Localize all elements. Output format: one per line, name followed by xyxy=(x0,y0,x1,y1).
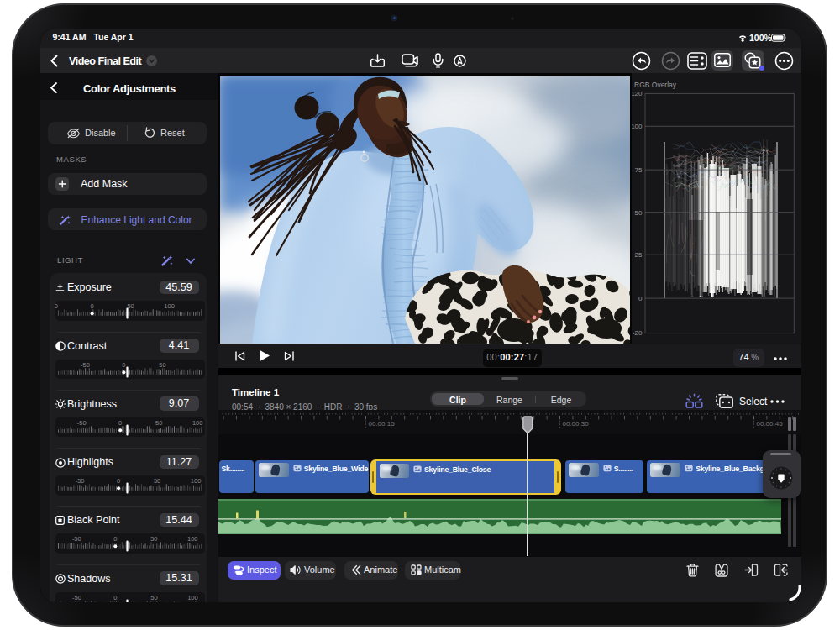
svg-text:120: 120 xyxy=(632,90,643,97)
svg-text:100: 100 xyxy=(191,477,202,485)
svg-text:0: 0 xyxy=(118,419,122,427)
svg-text:-50: -50 xyxy=(76,477,85,485)
svg-text:0: 0 xyxy=(117,477,120,485)
svg-text:-50: -50 xyxy=(72,594,81,601)
svg-text:00:00:15: 00:00:15 xyxy=(369,420,396,428)
svg-text:0: 0 xyxy=(638,294,643,302)
svg-text:50: 50 xyxy=(635,208,643,216)
svg-text:100: 100 xyxy=(632,123,643,130)
svg-text:-50: -50 xyxy=(72,535,81,543)
svg-text:0: 0 xyxy=(122,361,125,369)
svg-text:50: 50 xyxy=(154,477,160,485)
svg-text:50: 50 xyxy=(150,535,157,543)
svg-text:50: 50 xyxy=(159,361,165,369)
svg-text:00:00:45: 00:00:45 xyxy=(757,420,784,428)
svg-text:25: 25 xyxy=(635,251,643,259)
svg-text:-50: -50 xyxy=(77,419,87,427)
svg-text:-50: -50 xyxy=(81,361,90,369)
svg-text:50: 50 xyxy=(155,419,162,427)
svg-text:0: 0 xyxy=(113,594,117,601)
svg-text:50: 50 xyxy=(150,594,157,601)
svg-text:00:00:30: 00:00:30 xyxy=(563,420,590,428)
svg-text:100: 100 xyxy=(187,535,198,543)
svg-text:50: 50 xyxy=(127,302,134,310)
svg-text:100: 100 xyxy=(192,419,203,427)
svg-text:75: 75 xyxy=(635,165,643,173)
svg-text:100: 100 xyxy=(187,594,198,601)
svg-text:100: 100 xyxy=(164,302,175,310)
svg-text:-50: -50 xyxy=(55,302,58,310)
svg-text:0: 0 xyxy=(113,535,117,543)
svg-text:100%: 100% xyxy=(749,34,773,42)
svg-text:-20: -20 xyxy=(633,329,643,337)
svg-text:RGB Overlay: RGB Overlay xyxy=(634,81,677,89)
svg-text:0: 0 xyxy=(91,302,94,310)
